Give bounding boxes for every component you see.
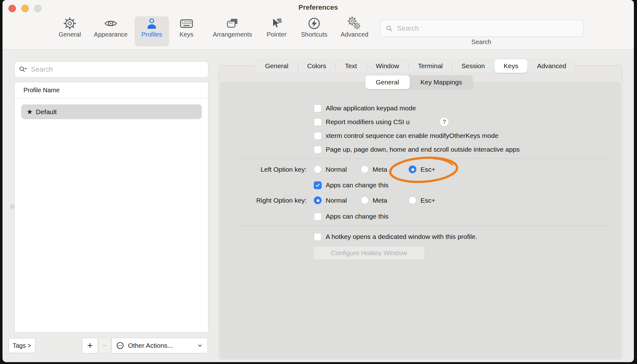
preferences-window: Preferences General Appearance Prof <box>3 0 634 362</box>
right-option-key-label: Right Option key: <box>178 196 307 205</box>
check-icon <box>315 183 320 188</box>
tab-window[interactable]: Window <box>366 59 409 73</box>
checkbox-label: A hotkey opens a dedicated window with t… <box>326 233 477 240</box>
checkbox-label: Apps can change this <box>326 181 389 189</box>
tab-session[interactable]: Session <box>452 59 494 73</box>
toolbar-search-label: Search <box>380 38 583 46</box>
checkbox-label: Apps can change this <box>326 213 389 220</box>
other-actions-label: Other Actions... <box>128 342 173 349</box>
tab-colors[interactable]: Colors <box>298 59 336 73</box>
keys-settings-box <box>221 82 620 358</box>
toolbar-item-general[interactable]: General <box>53 16 87 46</box>
windows-icon <box>225 16 240 31</box>
divider <box>15 98 208 98</box>
screen: Preferences General Appearance Prof <box>0 0 637 364</box>
hotkey-row: A hotkey opens a dedicated window with t… <box>314 232 477 241</box>
toolbar-item-profiles[interactable]: Profiles <box>135 16 169 46</box>
keyboard-icon <box>179 16 194 31</box>
profile-tab-bar: General Colors Text Window Terminal Sess… <box>256 59 576 73</box>
eye-icon <box>104 16 118 31</box>
gears-icon <box>347 16 362 31</box>
checkbox-label: Page up, page down, home and end scroll … <box>326 146 520 153</box>
toolbar-search-input[interactable] <box>396 24 560 33</box>
checkbox-label: Report modifiers using CSI u <box>326 118 410 126</box>
toolbar-item-arrangements[interactable]: Arrangements <box>206 16 259 46</box>
profile-search-input[interactable] <box>30 65 194 74</box>
checkbox-hotkey-window[interactable] <box>314 233 322 241</box>
toolbar-item-keys[interactable]: Keys <box>169 16 204 46</box>
apps-can-change-row: Apps can change this <box>314 212 389 221</box>
tab-terminal[interactable]: Terminal <box>409 59 452 73</box>
checkbox-row: Page up, page down, home and end scroll … <box>314 145 520 154</box>
help-button[interactable]: ? <box>440 117 449 127</box>
radio-left-meta[interactable] <box>361 165 369 173</box>
search-filter-icon <box>18 65 28 74</box>
checkbox-right-apps-can-change[interactable] <box>314 213 322 220</box>
window-title: Preferences <box>3 3 634 12</box>
checkbox-csi-u[interactable] <box>314 118 322 126</box>
lightning-icon <box>307 16 321 31</box>
titlebar: Preferences General Appearance Prof <box>3 0 634 49</box>
checkbox-modify-other-keys[interactable] <box>314 132 322 140</box>
radio-right-meta[interactable] <box>361 196 369 204</box>
radio-left-normal[interactable] <box>314 165 322 173</box>
toolbar-item-appearance[interactable]: Appearance <box>89 16 133 46</box>
chevron-down-icon <box>197 342 203 349</box>
checkbox-label: xterm control sequence can enable modify… <box>326 132 498 139</box>
left-option-key-row: Left Option key: Normal Meta Esc+ <box>3 165 634 174</box>
subtab-general[interactable]: General <box>365 75 410 89</box>
toolbar-item-advanced[interactable]: Advanced <box>337 16 372 46</box>
profile-search-field[interactable] <box>14 61 208 78</box>
star-icon: ★ <box>27 108 33 116</box>
other-actions-dropdown[interactable]: Other Actions... <box>111 338 208 353</box>
radio-left-esc[interactable] <box>409 165 416 173</box>
keys-subtab-bar: General Key Mappings <box>365 75 473 89</box>
toolbar-search-field[interactable] <box>380 20 583 37</box>
apps-can-change-row: Apps can change this <box>314 181 389 190</box>
remove-profile-button[interactable]: − <box>98 338 111 353</box>
person-icon <box>145 16 159 31</box>
gear-icon <box>63 16 77 31</box>
subtab-key-mappings[interactable]: Key Mappings <box>410 75 473 89</box>
ellipsis-circle-icon <box>115 341 125 350</box>
checkbox-keypad-mode[interactable] <box>314 104 322 112</box>
profile-list: Profile Name ★ Default <box>14 82 208 332</box>
search-icon <box>385 24 393 33</box>
radio-right-normal[interactable] <box>314 196 322 204</box>
left-option-key-label: Left Option key: <box>178 165 307 174</box>
profile-row-default[interactable]: ★ Default <box>21 104 202 119</box>
checkbox-label: Allow application keypad mode <box>326 104 416 112</box>
right-option-key-row: Right Option key: Normal Meta Esc+ <box>3 196 634 205</box>
configure-hotkey-window-button: Configure Hotkey Window <box>313 246 425 260</box>
checkbox-row: xterm control sequence can enable modify… <box>314 131 498 140</box>
profile-list-header: Profile Name <box>23 87 60 94</box>
toolbar-item-pointer[interactable]: Pointer <box>259 16 294 46</box>
section-divider <box>237 159 611 159</box>
window-edge-dot <box>10 204 15 209</box>
tags-button[interactable]: Tags > <box>8 338 35 353</box>
profile-name: Default <box>36 108 57 116</box>
tab-general[interactable]: General <box>256 59 298 73</box>
checkbox-row: Allow application keypad mode <box>314 104 416 113</box>
checkbox-row: Report modifiers using CSI u <box>314 118 410 126</box>
add-profile-button[interactable]: + <box>82 338 98 353</box>
checkbox-left-apps-can-change[interactable] <box>314 181 322 189</box>
checkbox-scroll-outside-apps[interactable] <box>314 146 322 154</box>
tab-keys[interactable]: Keys <box>494 59 528 73</box>
tab-advanced[interactable]: Advanced <box>527 59 575 73</box>
cursor-icon <box>269 16 284 31</box>
toolbar-item-shortcuts[interactable]: Shortcuts <box>297 16 331 46</box>
radio-right-esc[interactable] <box>409 196 416 204</box>
tab-text[interactable]: Text <box>335 59 366 73</box>
section-divider <box>237 226 611 226</box>
